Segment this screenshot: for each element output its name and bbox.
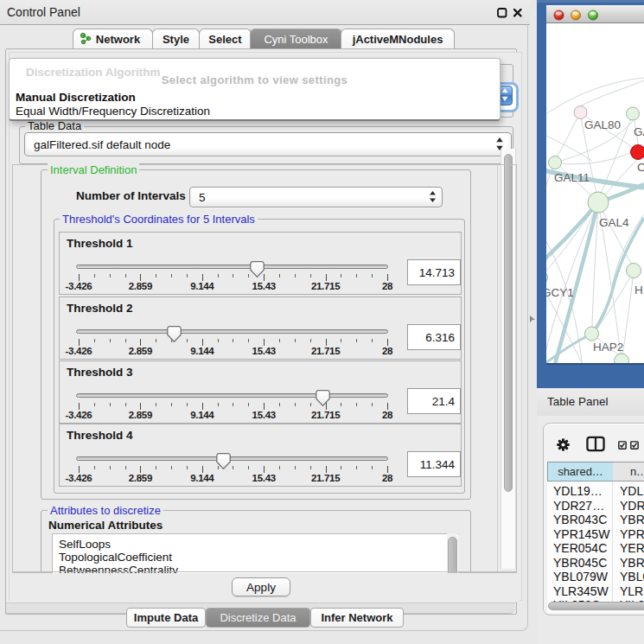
svg-text:H: H (634, 284, 643, 296)
svg-text:GAL11: GAL11 (554, 171, 590, 184)
svg-text:GAL4: GAL4 (599, 216, 629, 229)
svg-text:GAL80: GAL80 (584, 118, 621, 131)
svg-text:HAP2: HAP2 (593, 341, 623, 354)
svg-text:GCY1: GCY1 (542, 286, 574, 299)
svg-text:C: C (637, 161, 644, 174)
svg-text:GA: GA (634, 125, 644, 138)
